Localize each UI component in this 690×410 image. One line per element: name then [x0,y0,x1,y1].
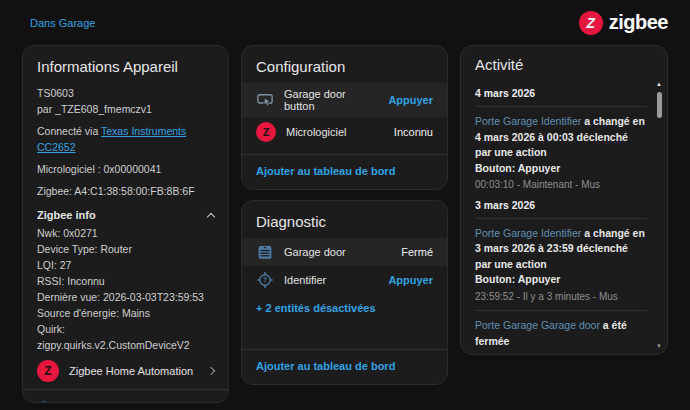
logbook-timestamp: 22:51:35 - Il y a 1 heure [475,350,647,351]
top-bar: Dans Garage Z zigbee [0,0,690,45]
activity-title: Activité [461,56,667,73]
device-manufacturer: par _TZE608_fmemczv1 [23,101,228,117]
zigbee-brand: Z zigbee [579,11,668,35]
logbook-divider [475,106,647,107]
integration-name: Zigbee Home Automation [69,365,198,377]
entity-name: Garage door button [284,88,378,112]
chevron-right-icon [207,367,215,375]
logbook-scrollbar[interactable]: ▲ ▼ [654,80,664,349]
diagnostic-title: Diagnostic [242,213,447,230]
entity-link[interactable]: Porte Garage Identifier [475,227,581,239]
zigbee-info-toggle[interactable]: Zigbee info [23,209,228,221]
date-header: 3 mars 2026 [475,199,647,211]
firmware-version: Micrologiciel : 0x00000041 [23,161,228,177]
crosshairs-question-icon: ? [256,271,274,289]
device-model: TS0603 [23,85,228,101]
date-header: 4 mars 2026 [475,87,647,99]
entity-row-garage-door-button[interactable]: Garage door button Appuyer [242,83,447,117]
logbook-timestamp: 00:03:10 - Maintenant - Mus [475,177,647,193]
zigbee-attribute: Quirk: zigpy.quirks.v2.CustomDeviceV2 [23,321,228,353]
diagnostic-card: Diagnostic Garage door Fermé ? I [241,200,448,385]
zha-integration-link[interactable]: Z Zigbee Home Automation [23,353,228,389]
zigbee-logo-letter: Z [586,15,595,31]
device-page-grid: Informations Appareil TS0603 par _TZE608… [0,45,690,403]
scroll-down-icon[interactable]: ▼ [654,343,664,349]
breadcrumb-area-link[interactable]: Dans Garage [30,17,95,29]
entity-name: Micrologiciel [286,126,384,138]
reconfigure-button[interactable]: ⚙ Reconfigurer [37,400,125,403]
zha-logo-icon: Z [256,122,276,142]
logbook-divider [475,310,647,311]
entity-link[interactable]: Porte Garage Garage door [475,319,600,331]
press-action-button[interactable]: Appuyer [388,94,433,106]
entity-state: Fermé [401,246,433,258]
logbook-entry: Porte Garage Garage door a été fermée 22… [475,318,647,351]
zha-logo-icon: Z [37,360,59,382]
zigbee-attribute: Device Type: Router [23,241,228,257]
scroll-up-icon[interactable]: ▲ [654,80,664,88]
entity-row-firmware[interactable]: Z Micrologiciel Inconnu [242,117,447,147]
zigbee-logo-text: zigbee [609,11,668,34]
entity-state: Inconnu [394,126,433,138]
zigbee-attribute: LQI: 27 [23,257,228,273]
add-to-dashboard-link[interactable]: Ajouter au tableau de bord [242,155,447,189]
gesture-tap-button-icon [256,91,274,109]
add-to-dashboard-link[interactable]: Ajouter au tableau de bord [242,350,447,384]
zigbee-attribute: Dernière vue: 2026-03-03T23:59:53 [23,289,228,305]
press-action-button[interactable]: Appuyer [388,274,433,286]
activity-card: Activité 4 mars 2026 Porte Garage Identi… [460,45,668,355]
logbook-entry: Porte Garage Identifier a changé en 4 ma… [475,114,647,193]
configuration-title: Configuration [242,58,447,75]
entity-row-identify[interactable]: ? Identifier Appuyer [242,266,447,294]
entity-name: Garage door [284,246,391,258]
reconfigure-label: Reconfigurer [56,401,124,403]
device-info-card: Informations Appareil TS0603 par _TZE608… [22,45,229,403]
zigbee-info-header: Zigbee info [37,209,96,221]
cog-sync-icon: ⚙ [37,400,50,403]
entity-row-garage-door[interactable]: Garage door Fermé [242,238,447,266]
logbook-detail: Bouton: Appuyer [475,161,647,177]
logbook-list: 4 mars 2026 Porte Garage Identifier a ch… [461,81,667,351]
disabled-entities-link[interactable]: + 2 entités désactivées [242,294,447,314]
garage-icon [256,243,274,261]
logbook-timestamp: 23:59:52 - Il y a 3 minutes - Mus [475,289,647,305]
logbook-detail: Bouton: Appuyer [475,272,647,288]
zigbee-attribute: Source d'énergie: Mains [23,305,228,321]
chevron-up-icon [207,212,215,220]
logbook-divider [475,218,647,219]
logbook-entry: Porte Garage Identifier a changé en 3 ma… [475,226,647,305]
zigbee-logo-icon: Z [579,11,603,35]
entity-link[interactable]: Porte Garage Identifier [475,115,581,127]
overflow-menu-button[interactable]: ⋮ [196,399,218,403]
connected-via-line: Connecté via Texas Instruments CC2652 [23,123,228,155]
entity-name: Identifier [284,274,378,286]
zigbee-address: Zigbee: A4:C1:38:58:00:FB:8B:6F [23,183,228,199]
svg-text:?: ? [263,276,267,284]
device-info-title: Informations Appareil [23,58,228,75]
zigbee-attribute: Nwk: 0x0271 [23,225,228,241]
configuration-card: Configuration Garage door button Appuyer… [241,45,448,190]
connected-via-label: Connecté via [37,125,98,137]
scrollbar-thumb[interactable] [657,92,662,118]
zigbee-attribute: RSSI: Inconnu [23,273,228,289]
